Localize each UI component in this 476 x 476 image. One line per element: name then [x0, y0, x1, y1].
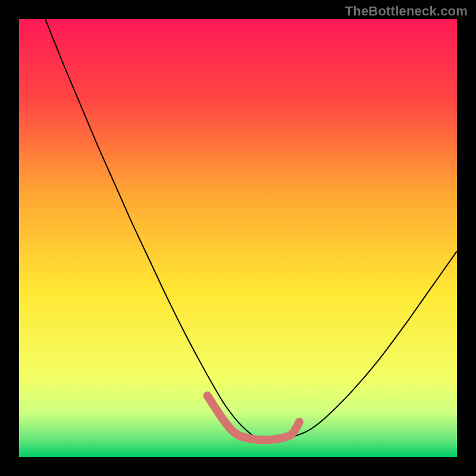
chart-frame: TheBottleneck.com	[0, 0, 476, 476]
watermark-text: TheBottleneck.com	[345, 4, 468, 19]
chart-plot-area	[19, 19, 457, 457]
chart-background	[19, 19, 457, 457]
chart-svg	[19, 19, 457, 457]
